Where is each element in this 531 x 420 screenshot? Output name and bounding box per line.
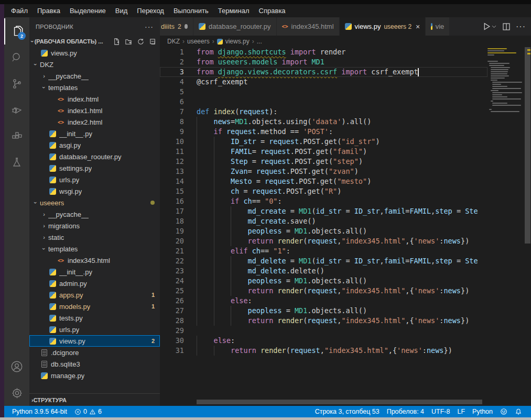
extensions-icon[interactable] xyxy=(4,123,29,149)
new-file-icon[interactable] xyxy=(113,38,121,46)
breadcrumb-item[interactable]: views.py xyxy=(225,38,250,45)
code-line-25[interactable]: 25return render(request,"index345.html",… xyxy=(160,286,487,296)
tab-diiits[interactable]: diiits2 xyxy=(160,17,193,36)
tree-item-index2-html[interactable]: <>index2.html xyxy=(29,116,160,128)
horizontal-scrollbar[interactable] xyxy=(197,400,482,404)
search-icon[interactable] xyxy=(4,45,29,71)
status-encoding[interactable]: UTF-8 xyxy=(428,406,453,417)
status-cursor-position[interactable]: Строка 3, столбец 53 xyxy=(311,406,383,417)
editor-more-actions[interactable]: ··· xyxy=(516,22,526,31)
code-line-26[interactable]: 26else: xyxy=(160,296,487,306)
tree-item-dkz[interactable]: ›DKZ xyxy=(29,59,160,70)
menu-переход[interactable]: Переход xyxy=(132,5,169,16)
code-line-10[interactable]: 10ID_str = request.POST.get("id_str") xyxy=(160,137,487,147)
status-indentation[interactable]: Пробелов: 4 xyxy=(383,406,428,417)
code-line-16[interactable]: 16if ch== "0": xyxy=(160,196,487,206)
breadcrumb-item[interactable]: useeers xyxy=(187,38,210,45)
code-line-1[interactable]: 1from django.shortcuts import render xyxy=(160,47,487,57)
menu-выделение[interactable]: Выделение xyxy=(65,5,111,16)
outline-section[interactable]: › СТРУКТУРА xyxy=(29,393,160,406)
code-line-28[interactable]: 28return render(request,"index345.html",… xyxy=(160,316,487,326)
tree-item-index345-html[interactable]: <>index345.html xyxy=(29,255,160,266)
tree-item-static[interactable]: ›static xyxy=(29,231,160,243)
tree-item-templates[interactable]: ›templates xyxy=(29,82,160,93)
vertical-scrollbar[interactable] xyxy=(524,47,531,406)
code-line-9[interactable]: 9if request.method == 'POST': xyxy=(160,127,487,137)
tree-item-urls-py[interactable]: urls.py xyxy=(29,174,160,185)
code-line-24[interactable]: 24peopless = MD1.objects.all() xyxy=(160,276,487,286)
code-line-15[interactable]: 15ch = request.POST.get("R") xyxy=(160,186,487,196)
tree-item-migrations[interactable]: ›migrations xyxy=(29,220,160,231)
menu-выполнить[interactable]: Выполнить xyxy=(169,5,213,16)
tree-item--init-py[interactable]: __init__.py xyxy=(29,266,160,278)
tree-item--dcignore[interactable]: .dcignore xyxy=(29,347,160,358)
code-line-20[interactable]: 20return render(request,"index345.html",… xyxy=(160,236,487,246)
code-line-3[interactable]: 3from django.views.decorators.csrf impor… xyxy=(160,67,487,77)
tree-item-manage-py[interactable]: manage.py xyxy=(29,370,160,381)
tree-item-urls-py[interactable]: urls.py xyxy=(29,324,160,335)
tab-index345-html[interactable]: <>index345.html xyxy=(277,17,340,36)
tree-item-admin-py[interactable]: admin.py xyxy=(29,278,160,289)
tree-item-apps-py[interactable]: apps.py1 xyxy=(29,289,160,301)
code-line-4[interactable]: 4@csrf_exempt xyxy=(160,77,487,87)
code-line-8[interactable]: 8news=MD1.objects.using('daata').all() xyxy=(160,117,487,127)
tree-item--init-py[interactable]: __init__.py xyxy=(29,128,160,139)
code-line-19[interactable]: 19peopless = MD1.objects.all() xyxy=(160,226,487,236)
code-editor[interactable]: 1from django.shortcuts import render2fro… xyxy=(160,47,531,406)
status-language-mode[interactable]: Python xyxy=(469,406,496,417)
settings-gear-icon[interactable] xyxy=(4,380,29,406)
menu-терминал[interactable]: Терминал xyxy=(213,5,254,16)
code-line-2[interactable]: 2from useeers.models import MD1 xyxy=(160,57,487,67)
code-line-11[interactable]: 11FAMIL= request.POST.get("famil") xyxy=(160,147,487,157)
collapse-folders-icon[interactable] xyxy=(149,38,157,46)
code-line-30[interactable]: 30else: xyxy=(160,336,487,346)
tree-item-index1-html[interactable]: <>index1.html xyxy=(29,105,160,116)
tree-item--pycache-[interactable]: ›__pycache__ xyxy=(29,70,160,82)
code-line-12[interactable]: 12Step = request.POST.get("step") xyxy=(160,157,487,167)
code-line-22[interactable]: 22md_delete = MD1(id_str = ID_str,famil=… xyxy=(160,256,487,266)
breadcrumb-item[interactable]: DKZ xyxy=(167,38,180,45)
refresh-icon[interactable] xyxy=(137,38,145,46)
feedback-icon[interactable] xyxy=(496,406,511,417)
minimap[interactable] xyxy=(487,48,524,113)
notifications-bell-icon[interactable] xyxy=(511,406,526,417)
tree-item-settings-py[interactable]: settings.py xyxy=(29,162,160,174)
code-line-21[interactable]: 21elif ch== "1": xyxy=(160,246,487,256)
tree-item-database-roouter-py[interactable]: database_roouter.py xyxy=(29,151,160,162)
tree-item-views-py[interactable]: views.py2 xyxy=(29,335,160,347)
tree-item-views-py[interactable]: views.py xyxy=(29,47,160,59)
scrollbar-thumb[interactable] xyxy=(525,47,530,244)
code-line-13[interactable]: 13Zvan= request.POST.get("zvan") xyxy=(160,167,487,176)
code-line-7[interactable]: 7def index(request): xyxy=(160,107,487,117)
explorer-icon[interactable]: 2 xyxy=(4,18,29,45)
tree-item-wsgi-py[interactable]: wsgi.py xyxy=(29,185,160,197)
code-line-31[interactable]: 31return render(request,"index345.html",… xyxy=(160,346,487,356)
code-line-29[interactable]: 29 xyxy=(160,326,487,336)
tree-item-asgi-py[interactable]: asgi.py xyxy=(29,139,160,151)
menu-справка[interactable]: Справка xyxy=(254,5,290,16)
tree-item-tests-py[interactable]: tests.py xyxy=(29,312,160,324)
menu-вид[interactable]: Вид xyxy=(111,5,133,16)
tree-item--pycache-[interactable]: ›__pycache__ xyxy=(29,208,160,220)
code-line-14[interactable]: 14Mesto = request.POST.get("mesto") xyxy=(160,176,487,186)
tab-database-roouter-py[interactable]: database_roouter.py xyxy=(193,17,277,36)
new-folder-icon[interactable] xyxy=(125,38,133,46)
breadcrumb[interactable]: DKZ›useeers›views.py›... xyxy=(160,36,531,47)
status-eol[interactable]: LF xyxy=(453,406,469,417)
tree-item-index-html[interactable]: <>index.html xyxy=(29,93,160,105)
tree-item-db-sqlite3[interactable]: db.sqlite3 xyxy=(29,358,160,370)
code-line-6[interactable]: 6 xyxy=(160,97,487,107)
tab-vie[interactable]: vie xyxy=(426,17,450,36)
tree-item-useeers[interactable]: ›useeers xyxy=(29,197,160,208)
code-line-5[interactable]: 5 xyxy=(160,87,487,97)
testing-icon[interactable] xyxy=(4,149,29,175)
code-line-23[interactable]: 23md_delete.delete() xyxy=(160,266,487,276)
breadcrumb-item[interactable]: ... xyxy=(257,38,262,45)
source-control-icon[interactable] xyxy=(4,71,29,97)
explorer-more-actions[interactable]: ··· xyxy=(145,23,154,31)
code-line-18[interactable]: 18md_create.save() xyxy=(160,216,487,226)
code-line-27[interactable]: 27peopless = MD1.objects.all() xyxy=(160,306,487,316)
python-interpreter-status[interactable]: Python 3.9.5 64-bit xyxy=(8,406,71,417)
split-editor-icon[interactable] xyxy=(502,23,511,31)
problems-status[interactable]: 0 6 xyxy=(71,406,105,417)
